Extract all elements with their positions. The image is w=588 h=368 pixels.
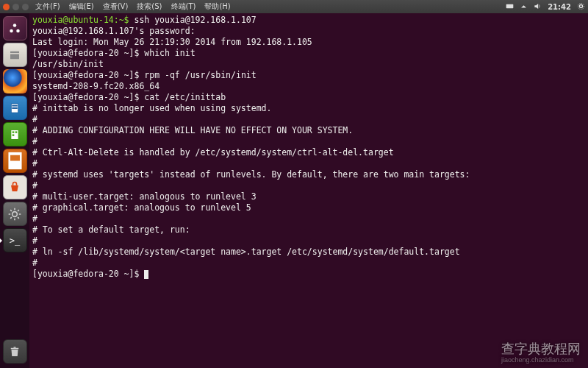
software-center-icon[interactable] bbox=[3, 175, 27, 199]
command-text: cat /etc/inittab bbox=[139, 92, 226, 102]
svg-point-2 bbox=[578, 3, 584, 9]
writer-icon[interactable] bbox=[3, 96, 27, 120]
terminal-line: [youxia@fedora-20 ~]$ rpm -qf /usr/sbin/… bbox=[32, 70, 585, 81]
impress-icon[interactable] bbox=[3, 149, 27, 173]
firefox-icon[interactable] bbox=[3, 69, 27, 93]
prompt: [youxia@fedora-20 ~]$ bbox=[32, 70, 139, 80]
system-tray: 21:42 bbox=[506, 2, 585, 12]
maximize-icon[interactable] bbox=[22, 4, 29, 10]
command-text: ssh youxia@192.168.1.107 bbox=[129, 15, 257, 25]
svg-rect-0 bbox=[506, 4, 514, 8]
svg-rect-9 bbox=[12, 105, 18, 106]
prompt: [youxia@fedora-20 ~]$ bbox=[32, 92, 139, 102]
calc-icon[interactable] bbox=[3, 122, 27, 146]
settings-icon[interactable] bbox=[3, 202, 27, 226]
terminal-line: # ln -sf /lib/systemd/system/<target nam… bbox=[32, 247, 585, 258]
terminal-line: # multi-user.target: analogous to runlev… bbox=[32, 191, 585, 202]
svg-rect-20 bbox=[14, 347, 16, 348]
terminal-line: # bbox=[32, 136, 585, 147]
svg-rect-7 bbox=[10, 54, 19, 59]
network-icon[interactable] bbox=[520, 2, 528, 12]
menu-view[interactable]: 查看(V) bbox=[101, 1, 131, 12]
trash-icon[interactable] bbox=[3, 339, 27, 364]
terminal-line: [youxia@fedora-20 ~]$ bbox=[32, 269, 585, 280]
terminal-line: youxia@192.168.1.107's password: bbox=[32, 26, 585, 37]
terminal-line: # ADDING CONFIGURATION HERE WILL HAVE NO… bbox=[32, 125, 585, 136]
prompt: youxia@ubuntu-14:~$ bbox=[32, 15, 129, 25]
svg-rect-13 bbox=[12, 131, 15, 133]
menu-items: 文件(F) 编辑(E) 查看(V) 搜索(S) 终端(T) 帮助(H) bbox=[33, 1, 233, 12]
svg-rect-19 bbox=[11, 347, 19, 349]
terminal-line: # To set a default target, run: bbox=[32, 224, 585, 236]
svg-rect-11 bbox=[12, 108, 18, 109]
terminal-line: /usr/sbin/init bbox=[32, 59, 585, 70]
clock[interactable]: 21:42 bbox=[548, 3, 571, 11]
terminal-line: systemd-208-9.fc20.x86_64 bbox=[32, 81, 585, 92]
svg-point-5 bbox=[16, 29, 20, 32]
terminal-line: [youxia@fedora-20 ~]$ cat /etc/inittab bbox=[32, 92, 585, 103]
svg-rect-14 bbox=[15, 131, 18, 133]
svg-rect-17 bbox=[10, 155, 20, 161]
terminal-line: # bbox=[32, 213, 585, 224]
terminal-line: # bbox=[32, 114, 585, 125]
svg-point-3 bbox=[13, 24, 17, 27]
cursor bbox=[144, 270, 148, 279]
terminal-line: # systemd uses 'targets' instead of runl… bbox=[32, 169, 585, 180]
svg-rect-15 bbox=[12, 134, 15, 136]
terminal-line: youxia@ubuntu-14:~$ ssh youxia@192.168.1… bbox=[32, 15, 585, 26]
svg-point-18 bbox=[12, 211, 18, 216]
prompt: [youxia@fedora-20 ~]$ bbox=[32, 48, 139, 58]
terminal-line: # Ctrl-Alt-Delete is handled by /etc/sys… bbox=[32, 147, 585, 158]
command-text: rpm -qf /usr/sbin/init bbox=[139, 70, 256, 80]
terminal-output[interactable]: youxia@ubuntu-14:~$ ssh youxia@192.168.1… bbox=[29, 13, 588, 368]
window-controls bbox=[3, 4, 29, 10]
keyboard-icon[interactable] bbox=[506, 2, 514, 12]
dash-icon[interactable] bbox=[3, 16, 27, 40]
terminal-line: # bbox=[32, 180, 585, 191]
svg-rect-6 bbox=[10, 51, 19, 52]
close-icon[interactable] bbox=[3, 4, 10, 10]
menubar: 文件(F) 编辑(E) 查看(V) 搜索(S) 终端(T) 帮助(H) 21:4… bbox=[0, 0, 588, 13]
terminal-line: # bbox=[32, 158, 585, 169]
menu-file[interactable]: 文件(F) bbox=[33, 1, 62, 12]
menu-search[interactable]: 搜索(S) bbox=[135, 1, 164, 12]
menu-help[interactable]: 帮助(H) bbox=[202, 1, 232, 12]
terminal-icon[interactable]: >_ bbox=[3, 228, 27, 252]
minimize-icon[interactable] bbox=[12, 4, 19, 10]
prompt: [youxia@fedora-20 ~]$ bbox=[32, 269, 139, 279]
files-icon[interactable] bbox=[3, 43, 27, 67]
terminal-line: # graphical.target: analogous to runleve… bbox=[32, 202, 585, 213]
menu-edit[interactable]: 编辑(E) bbox=[67, 1, 96, 12]
svg-rect-10 bbox=[12, 107, 18, 107]
launcher: >_ bbox=[0, 13, 29, 368]
command-text: which init bbox=[139, 48, 195, 58]
svg-point-1 bbox=[579, 4, 582, 7]
svg-point-4 bbox=[10, 29, 13, 32]
volume-icon[interactable] bbox=[534, 2, 542, 12]
terminal-line: # inittab is no longer used when using s… bbox=[32, 103, 585, 114]
gear-icon[interactable] bbox=[577, 2, 585, 12]
terminal-line: [youxia@fedora-20 ~]$ which init bbox=[32, 48, 585, 59]
terminal-line: Last login: Mon May 26 21:19:30 2014 fro… bbox=[32, 37, 585, 48]
terminal-line: # bbox=[32, 236, 585, 247]
menu-terminal[interactable]: 终端(T) bbox=[169, 1, 198, 12]
terminal-line: # bbox=[32, 258, 585, 269]
